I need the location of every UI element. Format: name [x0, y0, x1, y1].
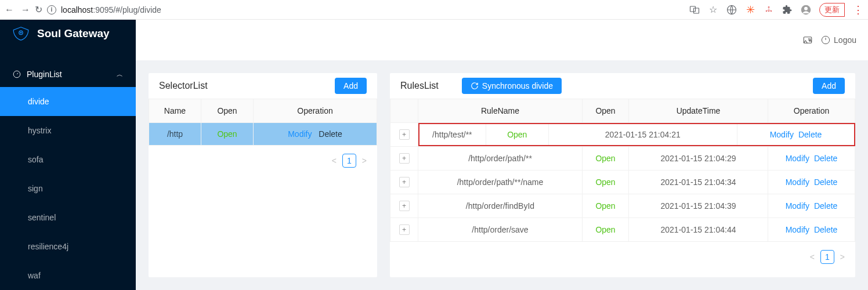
language-icon[interactable]: [802, 35, 813, 45]
translate-icon[interactable]: [689, 5, 700, 15]
back-arrow-icon[interactable]: ←: [5, 5, 14, 15]
sync-label: Synchronous divide: [482, 81, 553, 90]
selector-open: Open: [201, 123, 254, 146]
sidebar: Soul Gateway PluginList ︿ divide hystrix…: [0, 20, 136, 290]
sidebar-section-pluginlist[interactable]: PluginList ︿: [0, 61, 136, 87]
rule-open: Open: [583, 171, 629, 194]
star-icon[interactable]: ☆: [708, 5, 718, 15]
prev-page-icon[interactable]: <: [332, 156, 337, 165]
hierarchy-icon[interactable]: [764, 5, 774, 15]
logo-area: Soul Gateway: [0, 20, 136, 48]
rule-operation: ModifyDelete: [768, 194, 855, 218]
prev-page-icon[interactable]: <: [810, 252, 815, 262]
expand-cell: +: [390, 147, 418, 171]
col-rulename: RuleName: [418, 99, 583, 123]
sidebar-item-label: sofa: [28, 155, 43, 164]
sidebar-item-sign[interactable]: sign: [0, 174, 136, 203]
delete-link[interactable]: Delete: [814, 177, 837, 187]
sync-button[interactable]: Synchronous divide: [462, 78, 562, 94]
rule-name: /http/order/findById: [418, 194, 583, 218]
browser-bar: ← → ↻ i localhost:9095/#/plug/divide ☆ ✳…: [0, 0, 868, 20]
svg-rect-0: [690, 6, 696, 12]
modify-link[interactable]: Modify: [786, 201, 809, 211]
shield-icon: [12, 26, 30, 42]
sidebar-item-divide[interactable]: divide: [0, 87, 136, 116]
sidebar-item-resilience4j[interactable]: resilience4j: [0, 232, 136, 261]
sidebar-item-hystrix[interactable]: hystrix: [0, 116, 136, 145]
browser-menu-icon[interactable]: ⋮: [853, 3, 863, 16]
rule-name: /http/test/**: [419, 124, 486, 146]
next-page-icon[interactable]: >: [840, 252, 845, 262]
chevron-up-icon: ︿: [117, 70, 123, 79]
svg-point-3: [768, 6, 770, 8]
page-number[interactable]: 1: [820, 250, 834, 264]
rule-name: /http/order/save: [418, 218, 583, 242]
logout-label: Logou: [834, 35, 856, 45]
page-number[interactable]: 1: [342, 154, 356, 168]
rule-time: 2021-01-15 21:04:21: [548, 124, 737, 146]
url-path: /#/plug/divide: [113, 5, 161, 14]
selector-operation: Modify Delete: [254, 123, 377, 146]
url-bar[interactable]: i localhost:9095/#/plug/divide: [47, 5, 161, 14]
delete-link[interactable]: Delete: [798, 130, 822, 139]
rule-time: 2021-01-15 21:04:29: [629, 147, 768, 171]
forward-arrow-icon[interactable]: →: [21, 5, 30, 15]
rule-row: +/http/order/findByIdOpen2021-01-15 21:0…: [390, 194, 855, 218]
dashboard-icon: [13, 70, 21, 78]
col-operation: Operation: [768, 99, 855, 123]
delete-link[interactable]: Delete: [319, 129, 342, 139]
col-updatetime: UpdateTime: [629, 99, 768, 123]
rules-table: RuleName Open UpdateTime Operation +/htt…: [390, 99, 855, 242]
delete-link[interactable]: Delete: [814, 201, 837, 211]
delete-link[interactable]: Delete: [814, 154, 837, 163]
delete-link[interactable]: Delete: [814, 225, 837, 234]
svg-point-6: [768, 10, 770, 12]
col-open: Open: [201, 99, 254, 123]
sidebar-item-label: resilience4j: [28, 242, 68, 251]
rule-row: +/http/order/path/**/nameOpen2021-01-15 …: [390, 171, 855, 194]
sidebar-item-waf[interactable]: waf: [0, 261, 136, 290]
modify-link[interactable]: Modify: [786, 177, 809, 187]
rule-open: Open: [583, 218, 629, 242]
update-button[interactable]: 更新: [819, 3, 845, 17]
rule-time: 2021-01-15 21:04:34: [629, 171, 768, 194]
selector-name: /http: [149, 123, 201, 146]
rule-time: 2021-01-15 21:04:39: [629, 194, 768, 218]
modify-link[interactable]: Modify: [770, 130, 794, 139]
expand-button[interactable]: +: [399, 177, 410, 187]
add-rule-button[interactable]: Add: [813, 78, 845, 94]
modify-link[interactable]: Modify: [786, 154, 809, 163]
sidebar-item-sentinel[interactable]: sentinel: [0, 203, 136, 232]
col-expand: [390, 99, 418, 123]
rule-operation: ModifyDelete: [737, 124, 855, 146]
selector-row[interactable]: /http Open Modify Delete: [149, 123, 377, 146]
rule-open: Open: [583, 194, 629, 218]
globe-icon[interactable]: [726, 5, 737, 15]
next-page-icon[interactable]: >: [362, 156, 367, 165]
rule-operation: ModifyDelete: [768, 147, 855, 171]
modify-link[interactable]: Modify: [786, 225, 809, 234]
sidebar-item-label: sign: [28, 184, 43, 193]
extension-icon[interactable]: [782, 5, 793, 15]
profile-icon[interactable]: [801, 5, 811, 15]
rule-name: /http/order/path/**: [418, 147, 583, 171]
expand-button[interactable]: +: [399, 201, 410, 211]
selector-pagination: < 1 >: [149, 146, 377, 176]
info-icon: i: [47, 5, 56, 14]
modify-link[interactable]: Modify: [288, 129, 312, 139]
expand-button[interactable]: +: [399, 153, 410, 164]
rule-operation: ModifyDelete: [768, 171, 855, 194]
expand-button[interactable]: +: [399, 224, 410, 235]
logout-link[interactable]: Logou: [821, 35, 856, 45]
reload-icon[interactable]: ↻: [35, 4, 42, 15]
expand-cell: +: [390, 123, 418, 147]
col-open: Open: [583, 99, 629, 123]
expand-button[interactable]: +: [399, 129, 410, 140]
add-selector-button[interactable]: Add: [335, 78, 367, 94]
url-host: localhost: [61, 5, 93, 14]
rule-name: /http/order/path/**/name: [418, 171, 583, 194]
col-name: Name: [149, 99, 201, 123]
sidebar-item-sofa[interactable]: sofa: [0, 145, 136, 174]
colorful-icon[interactable]: ✳: [745, 5, 755, 15]
rule-row: +/http/order/saveOpen2021-01-15 21:04:44…: [390, 218, 855, 242]
